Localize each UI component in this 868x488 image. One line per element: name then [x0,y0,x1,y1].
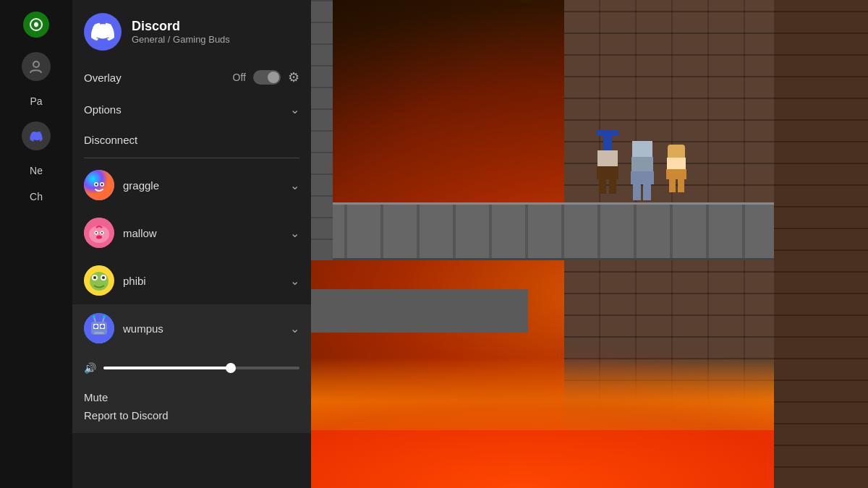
svg-point-21 [93,276,96,279]
overlay-status: Off [233,72,246,83]
user-item-wumpus[interactable]: wumpus ⌄ [72,304,311,352]
volume-icon: 🔊 [84,362,96,374]
gear-icon[interactable]: ⚙ [288,69,299,85]
volume-fill [103,367,231,369]
overlay-toggle[interactable] [253,70,281,85]
panel-subtitle: General / Gaming Buds [132,34,230,45]
sidebar-partial-3: Ch [24,191,48,202]
svg-point-3 [84,170,114,200]
sidebar-icon-1 [22,52,51,81]
report-action[interactable]: Report to Discord [84,409,299,429]
username-wumpus: wumpus [123,322,281,335]
panel-title: Discord [132,19,230,34]
divider [84,158,299,158]
svg-point-1 [33,61,39,67]
left-sidebar: Pa Ne Ch [0,0,72,488]
disconnect-row[interactable]: Disconnect [72,125,311,155]
avatar-graggle [84,170,114,200]
avatar-wumpus [84,313,114,343]
svg-point-13 [101,232,103,234]
discord-logo [84,13,122,51]
sidebar-partial-2: Ne [24,165,48,176]
user-chevron-mallow: ⌄ [290,226,299,240]
svg-point-31 [93,315,95,318]
discord-panel: Discord General / Gaming Buds Overlay Of… [72,0,311,488]
svg-point-27 [94,325,98,328]
volume-thumb[interactable] [226,363,236,373]
avatar-mallow [84,218,114,248]
header-text: Discord General / Gaming Buds [132,19,230,45]
options-label: Options [84,103,122,116]
svg-point-14 [96,236,102,239]
svg-point-7 [101,184,103,186]
user-list: graggle ⌄ [72,161,311,488]
username-graggle: graggle [123,179,281,192]
toggle-knob [268,72,279,83]
username-phibi: phibi [123,275,281,287]
user-chevron-wumpus: ⌄ [290,322,299,335]
mute-action[interactable]: Mute [84,382,299,409]
options-row[interactable]: Options ⌄ [72,94,311,125]
svg-point-33 [103,315,106,318]
svg-point-12 [95,232,97,234]
user-chevron-phibi: ⌄ [290,274,299,288]
panel-header: Discord General / Gaming Buds [72,0,311,61]
volume-slider[interactable] [103,367,299,369]
user-item-wumpus-container: wumpus ⌄ 🔊 Mute Report to Discord [72,304,311,433]
sidebar-discord-icon [22,121,51,150]
user-item-graggle[interactable]: graggle ⌄ [72,161,311,209]
user-chevron-graggle: ⌄ [290,179,299,192]
svg-point-22 [102,276,105,279]
overlay-controls: Off ⚙ [233,69,299,85]
xbox-button[interactable] [23,12,49,38]
user-item-phibi[interactable]: phibi ⌄ [72,257,311,304]
overlay-row[interactable]: Overlay Off ⚙ [72,61,311,94]
svg-rect-29 [94,332,104,334]
avatar-phibi [84,265,114,296]
wumpus-expanded-section: 🔊 Mute Report to Discord [72,352,311,433]
user-item-mallow[interactable]: mallow ⌄ [72,209,311,257]
svg-point-6 [95,184,98,186]
svg-point-9 [89,226,109,243]
username-mallow: mallow [123,227,281,239]
overlay-label: Overlay [84,72,122,84]
svg-point-28 [101,325,104,328]
sidebar-partial-1: Pa [24,95,48,107]
volume-row: 🔊 [84,359,299,382]
options-chevron-icon: ⌄ [290,103,299,116]
